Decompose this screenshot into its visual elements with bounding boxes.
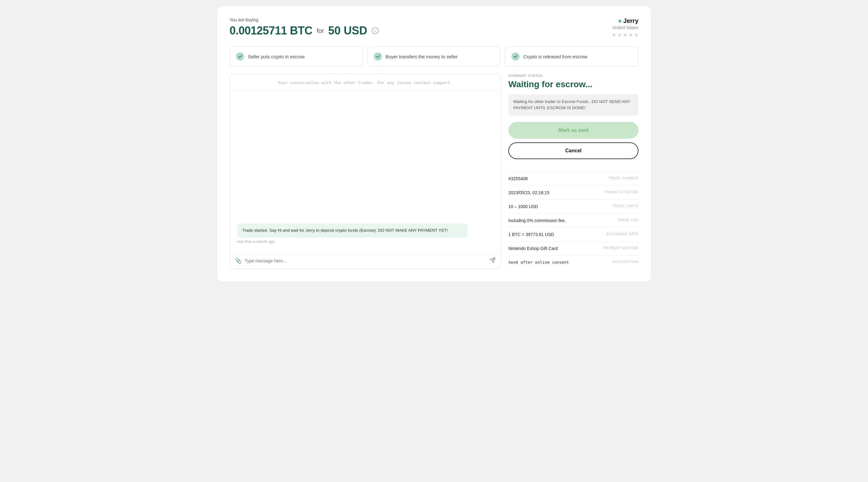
- chat-header-text: Your conversation with the other trader.…: [230, 74, 501, 90]
- trade-detail-description: Send after online consent DESCRIPTION: [508, 255, 639, 269]
- trade-number-value: #3255408: [508, 176, 528, 181]
- description-value: Send after online consent: [508, 260, 569, 264]
- exchange-rate-label: EXCHANGE RATE: [607, 232, 639, 236]
- step-3-check: [512, 52, 520, 60]
- trade-initiation-value: 2023/05/23, 02:18:15: [508, 190, 549, 195]
- step-3: Crypto is released from escrow: [505, 47, 639, 66]
- step-2: Buyer transfers the money to seller: [367, 47, 501, 66]
- page-container: You are buying 0.00125711 BTC for 50 USD…: [217, 6, 651, 281]
- header-left: You are buying 0.00125711 BTC for 50 USD…: [229, 17, 378, 37]
- user-card: Jerry United States ★ ★ ★ ★ ★: [612, 17, 639, 38]
- send-icon[interactable]: [490, 257, 496, 265]
- step-1-label: Seller puts crypto in escrow: [248, 53, 305, 60]
- payment-method-value: Nintendo Eshop Gift Card: [508, 246, 558, 251]
- step-3-label: Crypto is released from escrow: [523, 53, 587, 60]
- trade-limits-value: 10 – 1000 USD: [508, 204, 538, 209]
- star-2: ★: [617, 32, 622, 38]
- user-name: Jerry: [623, 17, 639, 25]
- trade-limits-label: TRADE LIMITS: [612, 204, 639, 208]
- trade-initiation-label: TRADE INITIATION: [605, 190, 639, 194]
- payment-method-label: PAYMENT METHOD: [603, 246, 639, 250]
- attach-icon[interactable]: 📎: [235, 257, 242, 264]
- user-stars: ★ ★ ★ ★ ★: [612, 32, 639, 38]
- step-2-check: [374, 52, 382, 60]
- star-1: ★: [612, 32, 616, 38]
- status-notice: Waiting for other trader to Escrow Funds…: [508, 94, 639, 116]
- info-icon[interactable]: i: [372, 27, 378, 34]
- header: You are buying 0.00125711 BTC for 50 USD…: [229, 17, 639, 38]
- trade-detail-fee: Including 0% commission fee. TRADE FEE: [508, 214, 639, 227]
- description-label: DESCRIPTION: [613, 260, 639, 264]
- you-are-buying-label: You are buying: [229, 17, 378, 22]
- status-title: Waiting for escrow...: [508, 79, 639, 89]
- trade-fee-value: Including 0% commission fee.: [508, 218, 566, 223]
- chat-area: Your conversation with the other trader.…: [229, 74, 501, 269]
- exchange-rate-value: 1 BTC = 39773.81 USD: [508, 232, 554, 237]
- chat-messages: Trade started. Say Hi and wait for Jerry…: [230, 90, 501, 253]
- main-content: Your conversation with the other trader.…: [229, 74, 639, 269]
- mark-as-paid-button[interactable]: Mark as paid: [508, 122, 639, 139]
- online-dot: [618, 20, 621, 23]
- trade-title: 0.00125711 BTC for 50 USD i: [229, 24, 378, 37]
- for-text: for: [317, 27, 324, 34]
- user-country: United States: [612, 25, 639, 30]
- step-1-check: [236, 52, 244, 60]
- btc-amount: 0.00125711 BTC: [229, 24, 312, 37]
- trade-details: #3255408 TRADE NUMBER 2023/05/23, 02:18:…: [508, 172, 639, 269]
- trade-detail-limits: 10 – 1000 USD TRADE LIMITS: [508, 199, 639, 214]
- trade-detail-exchange-rate: 1 BTC = 39773.81 USD EXCHANGE RATE: [508, 227, 639, 241]
- trade-detail-initiation: 2023/05/23, 02:18:15 TRADE INITIATION: [508, 186, 639, 199]
- chat-message-bubble: Trade started. Say Hi and wait for Jerry…: [237, 224, 467, 237]
- usd-amount: 50 USD: [329, 24, 367, 37]
- user-online-status: Jerry: [612, 17, 639, 25]
- chat-input[interactable]: [245, 258, 486, 263]
- trade-number-label: TRADE NUMBER: [609, 176, 639, 180]
- cancel-button[interactable]: Cancel: [508, 142, 639, 159]
- trade-detail-payment-method: Nintendo Eshop Gift Card PAYMENT METHOD: [508, 241, 639, 255]
- steps-row: Seller puts crypto in escrow Buyer trans…: [229, 47, 639, 66]
- star-4: ★: [628, 32, 633, 38]
- chat-message-time: less than a minute ago: [237, 239, 493, 244]
- trade-fee-label: TRADE FEE: [617, 218, 639, 222]
- star-5: ★: [634, 32, 639, 38]
- trade-detail-trade-number: #3255408 TRADE NUMBER: [508, 172, 639, 186]
- step-2-label: Buyer transfers the money to seller: [386, 53, 458, 60]
- step-1: Seller puts crypto in escrow: [229, 47, 363, 66]
- chat-input-row: 📎: [230, 253, 501, 268]
- right-panel: CURRENT STATUS Waiting for escrow... Wai…: [508, 74, 639, 269]
- star-3: ★: [623, 32, 627, 38]
- current-status-label: CURRENT STATUS: [508, 74, 639, 78]
